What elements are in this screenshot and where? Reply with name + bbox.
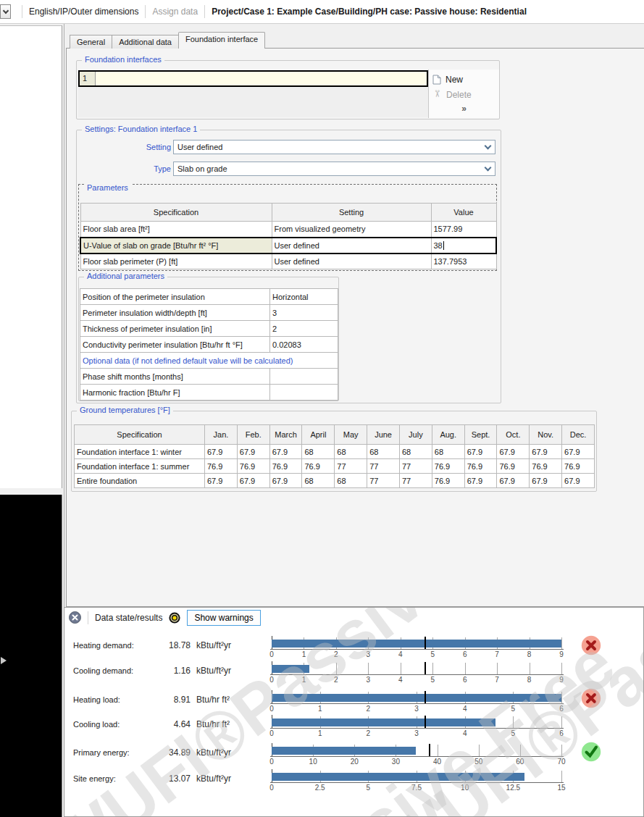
param-setting-cell[interactable]: User defined [272, 238, 431, 254]
ground-temp-value-cell[interactable]: 67.9 [530, 445, 562, 459]
ground-temp-value-cell[interactable]: 76.9 [464, 459, 497, 474]
3d-viewport[interactable] [0, 495, 62, 817]
chart-tick-label: 60 [516, 758, 524, 766]
chart-gridline [465, 663, 466, 674]
ground-temp-value-cell[interactable]: 67.9 [269, 474, 302, 488]
chart-tick-label: 3 [367, 650, 371, 658]
ground-temp-value-cell[interactable]: 76.9 [562, 459, 595, 474]
ground-temp-value-cell[interactable]: 76.9 [302, 459, 335, 474]
chart-gridline [561, 716, 562, 728]
toolbar-separator [145, 5, 146, 18]
ground-temp-value-cell[interactable]: 68 [302, 474, 335, 488]
result-value: 8.91 [137, 695, 191, 705]
ground-temp-value-cell[interactable]: 67.9 [464, 474, 497, 488]
parameter-row: Floor slab area [ft²]From visualized geo… [80, 222, 496, 238]
ground-temp-value-cell[interactable]: 67.9 [237, 474, 269, 488]
ground-temp-value-cell[interactable]: 67.9 [562, 445, 595, 459]
additional-param-value-cell[interactable] [270, 369, 338, 385]
ground-temp-value-cell[interactable]: 67.9 [464, 445, 497, 459]
param-setting-cell[interactable]: From visualized geometry [272, 222, 431, 238]
result-value: 13.07 [137, 774, 191, 784]
text-caret [443, 241, 444, 250]
additional-param-value-cell[interactable]: 2 [270, 321, 338, 337]
tab-foundation-interface[interactable]: Foundation interface [178, 32, 265, 49]
show-warnings-button[interactable]: Show warnings [187, 610, 260, 626]
toolbar-dropdown[interactable] [0, 4, 11, 19]
ground-temp-value-cell[interactable]: 76.9 [237, 459, 269, 474]
chevron-down-icon [485, 143, 492, 150]
top-toolbar: English/IP/Outer dimensions Assign data … [0, 0, 644, 24]
assign-data-item[interactable]: Assign data [152, 7, 198, 17]
additional-param-value-cell[interactable]: 0.02083 [270, 337, 338, 353]
ground-temp-value-cell[interactable]: 67.9 [269, 445, 302, 459]
month-header: Aug. [432, 425, 464, 445]
ground-temp-value-cell[interactable]: 67.9 [237, 445, 269, 459]
ground-temp-value-cell[interactable]: 68 [432, 445, 464, 459]
result-value: 34.89 [137, 747, 191, 758]
ground-temp-value-cell[interactable]: 67.9 [497, 445, 530, 459]
additional-param-value-cell[interactable]: 3 [270, 305, 338, 321]
ground-temp-value-cell[interactable]: 77 [367, 459, 400, 474]
ground-temp-value-cell[interactable]: 76.9 [530, 459, 562, 474]
foundation-interface-list-row[interactable]: 1 [78, 70, 428, 87]
ground-temp-value-cell[interactable]: 77 [335, 459, 367, 474]
additional-param-value-cell[interactable]: Horizontal [270, 289, 338, 305]
group-label: Additional parameters [84, 272, 167, 280]
list-empty-area[interactable] [78, 87, 428, 117]
status-pass-icon [581, 742, 601, 763]
param-setting-cell[interactable]: User defined [272, 254, 431, 269]
ground-temp-value-cell[interactable]: 76.9 [497, 459, 530, 474]
list-button-panel: New ✂ Delete » [428, 70, 499, 118]
ground-temp-value-cell[interactable]: 68 [399, 445, 432, 459]
ground-temp-value-cell[interactable]: 77 [399, 474, 432, 488]
foundation-interface-name-input[interactable] [96, 72, 427, 85]
limit-marker [429, 744, 430, 756]
ground-temp-value-cell[interactable]: 67.9 [562, 474, 595, 488]
result-unit: kBtu/ft²yr [196, 747, 231, 758]
delete-button[interactable]: ✂ Delete [432, 87, 495, 102]
ground-temp-value-cell[interactable]: 76.9 [205, 459, 238, 474]
chart-tick-label: 30 [392, 758, 400, 766]
chart-gridline [561, 692, 562, 703]
ground-temp-value-cell[interactable]: 77 [399, 459, 432, 474]
chart-tick-label: 10 [461, 784, 469, 792]
ground-temp-value-cell[interactable]: 68 [302, 445, 335, 459]
new-button[interactable]: New [432, 72, 495, 87]
ground-temp-value-cell[interactable]: 77 [367, 474, 400, 488]
parameters-table: Specification Setting Value Floor slab a… [80, 203, 497, 269]
chart-axis-line [270, 756, 564, 757]
more-actions-link[interactable]: » [432, 104, 495, 114]
ground-temp-value-cell[interactable]: 68 [335, 445, 367, 459]
ground-temp-value-cell[interactable]: 67.9 [497, 474, 530, 488]
toolbar-separator [204, 5, 205, 18]
ground-temp-value-cell[interactable]: 68 [335, 474, 367, 488]
type-select[interactable]: Slab on grade [173, 162, 495, 176]
chart-tick-label: 0 [269, 676, 274, 684]
ground-temp-value-cell[interactable]: 67.9 [530, 474, 562, 488]
chart-axis-line [270, 649, 564, 650]
close-panel-icon[interactable] [69, 611, 81, 624]
chart-tick-label: 9 [559, 676, 564, 684]
ground-temp-value-cell[interactable]: 76.9 [432, 459, 464, 474]
ground-temp-value-cell[interactable]: 67.9 [205, 445, 238, 459]
additional-param-value-cell[interactable] [270, 385, 338, 401]
ground-temp-value-cell[interactable]: 76.9 [432, 474, 464, 488]
chart-tick-label: 0 [269, 729, 274, 737]
tab-additional-data[interactable]: Additional data [112, 35, 179, 49]
param-value-cell[interactable]: 1577.99 [431, 222, 496, 238]
param-value-cell[interactable]: 137.7953 [431, 254, 496, 269]
units-mode-item[interactable]: English/IP/Outer dimensions [29, 7, 138, 17]
column-header: Specification [75, 425, 205, 445]
chart-tick-label: 2 [334, 676, 338, 684]
ground-temperature-row: Entire foundation67.967.967.96868777776.… [75, 474, 595, 488]
column-header: Specification [80, 204, 272, 222]
navigation-panel[interactable] [0, 25, 62, 488]
ground-temp-value-cell[interactable]: 67.9 [205, 474, 238, 488]
setting-select[interactable]: User defined [173, 140, 495, 154]
month-header: Jan. [205, 425, 238, 445]
chart-tick-label: 3 [367, 676, 371, 684]
tab-general[interactable]: General [70, 35, 112, 49]
ground-temp-value-cell[interactable]: 68 [367, 445, 400, 459]
param-value-cell[interactable]: 38 [431, 238, 496, 254]
ground-temp-value-cell[interactable]: 76.9 [269, 459, 302, 474]
